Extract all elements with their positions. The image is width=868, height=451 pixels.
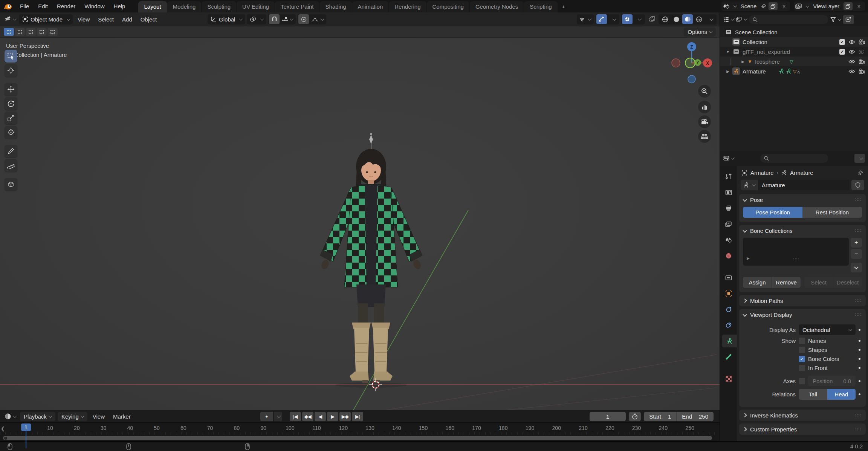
add-bone-collection-button[interactable]: +: [851, 238, 862, 248]
zoom-view-button[interactable]: [698, 85, 711, 98]
scene-name[interactable]: Scene: [738, 3, 759, 9]
menu-help[interactable]: Help: [110, 2, 130, 11]
ruler-tick[interactable]: 140: [392, 425, 401, 431]
select-mode-intersect[interactable]: [47, 28, 58, 36]
expander-closed-icon[interactable]: ▶: [725, 69, 731, 73]
tab-shading[interactable]: Shading: [320, 1, 352, 12]
snap-toggle[interactable]: [269, 14, 280, 24]
breadcrumb-object[interactable]: Armature: [750, 170, 774, 176]
outliner-row-armature[interactable]: ▶ Armature ▽ 9: [720, 66, 868, 76]
tab-collection[interactable]: [721, 271, 736, 284]
collection-checkbox[interactable]: ✓: [839, 39, 845, 45]
outliner-search-input[interactable]: [749, 15, 828, 24]
ruler-tick[interactable]: 30: [101, 425, 107, 431]
panel-drag-handle[interactable]: ∷∷: [855, 427, 862, 432]
ruler-tick[interactable]: 90: [260, 425, 266, 431]
tab-scripting[interactable]: Scripting: [524, 1, 557, 12]
outliner-row-scene-collection[interactable]: Scene Collection: [720, 27, 868, 37]
axes-position-slider[interactable]: Position 0.0: [808, 376, 856, 386]
viewport-3d[interactable]: User Perspective (1) Collection | Armatu…: [0, 38, 720, 410]
new-viewlayer-button[interactable]: [844, 2, 853, 10]
panel-drag-handle[interactable]: ∷∷: [855, 312, 862, 317]
timeline-ruler[interactable]: ❮ 10203040506070809010011012013014015016…: [0, 422, 720, 435]
animate-dot[interactable]: [859, 367, 860, 369]
viewport-display-header[interactable]: Viewport Display ∷∷: [739, 309, 866, 320]
editor-type-button[interactable]: [3, 14, 18, 24]
ruler-tick[interactable]: 50: [154, 425, 160, 431]
tool-transform[interactable]: [5, 126, 17, 139]
ruler-tick[interactable]: 250: [685, 425, 694, 431]
timeline-scrollbar[interactable]: [0, 435, 720, 441]
tool-select-box[interactable]: [5, 50, 17, 63]
tab-bone[interactable]: [721, 350, 736, 363]
options-button[interactable]: Options: [684, 28, 716, 37]
tool-rotate[interactable]: [5, 97, 17, 110]
playhead[interactable]: 1: [21, 423, 31, 448]
tool-measure[interactable]: [5, 159, 17, 172]
menu-add[interactable]: Add: [119, 14, 136, 24]
start-frame-field[interactable]: Start1: [644, 412, 677, 421]
expander-open-icon[interactable]: ▼: [725, 50, 731, 54]
gizmo-neg-z[interactable]: [688, 75, 695, 83]
timeline-view-menu[interactable]: View: [90, 412, 108, 421]
ruler-tick[interactable]: 60: [180, 425, 186, 431]
inverse-kinematics-header[interactable]: Inverse Kinematics ∷∷: [739, 410, 866, 421]
play-reverse-button[interactable]: ◀: [315, 412, 326, 421]
ruler-tick[interactable]: 70: [207, 425, 213, 431]
shapes-checkbox[interactable]: ✓: [799, 347, 805, 353]
tab-sculpting[interactable]: Sculpting: [202, 1, 236, 12]
bone-collections-list[interactable]: ▶ ∷∷: [743, 238, 849, 266]
disable-render-camera-icon[interactable]: [859, 39, 865, 44]
outliner-row-icosphere[interactable]: │ ▶ ▼ Icosphere ▽: [720, 57, 868, 66]
assign-button[interactable]: Assign: [743, 277, 772, 288]
jump-to-start-button[interactable]: |◀: [290, 412, 301, 421]
hide-eye-icon[interactable]: [848, 40, 855, 44]
menu-file[interactable]: File: [16, 2, 33, 11]
ruler-tick[interactable]: 200: [552, 425, 561, 431]
transform-orientation[interactable]: Global: [208, 14, 245, 24]
ruler-tick[interactable]: 210: [579, 425, 587, 431]
pose-panel-header[interactable]: Pose ∷∷: [739, 194, 866, 205]
timeline-editor-type-button[interactable]: [3, 411, 18, 421]
tab-view-layer[interactable]: [721, 218, 736, 231]
previous-keyframe-button[interactable]: ◆◀: [302, 412, 313, 421]
scene-collection-label[interactable]: Scene Collection: [735, 29, 778, 35]
menu-select[interactable]: Select: [95, 14, 117, 24]
render-disabled-camera-icon[interactable]: [859, 49, 865, 54]
use-preview-range-button[interactable]: [629, 412, 641, 421]
menu-render[interactable]: Render: [53, 2, 79, 11]
panel-drag-handle[interactable]: ∷∷: [855, 413, 862, 418]
overlays-toggle[interactable]: [622, 14, 633, 24]
scene-selector[interactable]: Scene ×: [721, 2, 790, 11]
ruler-tick[interactable]: 170: [472, 425, 481, 431]
outliner-row-gltf-collection[interactable]: ▼ glTF_not_exported ✓: [720, 47, 868, 57]
ruler-tick[interactable]: 180: [499, 425, 507, 431]
ruler-tick[interactable]: 220: [605, 425, 614, 431]
tab-texture[interactable]: [721, 372, 736, 385]
panel-collapse-arrow[interactable]: ❮: [1, 426, 5, 431]
select-mode-extend[interactable]: [15, 28, 25, 36]
tab-rendering[interactable]: Rendering: [389, 1, 426, 12]
remove-viewlayer-button[interactable]: ×: [854, 2, 863, 10]
menu-edit[interactable]: Edit: [34, 2, 52, 11]
tab-output[interactable]: [721, 202, 736, 215]
collection-label[interactable]: Collection: [743, 39, 767, 45]
in-front-checkbox[interactable]: ✓: [799, 365, 805, 371]
animate-dot[interactable]: [859, 380, 860, 382]
next-keyframe-button[interactable]: ▶◆: [339, 412, 351, 421]
animate-dot[interactable]: [859, 393, 860, 395]
proportional-falloff-button[interactable]: [310, 14, 325, 24]
tab-animation[interactable]: Animation: [352, 1, 389, 12]
outliner-filter-button[interactable]: [830, 15, 841, 24]
outliner-display-mode-button[interactable]: [736, 15, 747, 24]
ruler-tick[interactable]: 100: [286, 425, 294, 431]
blender-logo-icon[interactable]: [3, 2, 13, 11]
fake-user-button[interactable]: [851, 180, 864, 190]
hide-eye-icon[interactable]: [848, 69, 855, 74]
tool-add-primitive[interactable]: [5, 178, 17, 191]
ruler-tick[interactable]: 240: [659, 425, 668, 431]
tail-button[interactable]: Tail: [799, 389, 827, 400]
timeline-marker-menu[interactable]: Marker: [110, 412, 134, 421]
tab-render[interactable]: [721, 186, 736, 199]
icosphere-label[interactable]: Icosphere: [755, 58, 780, 65]
